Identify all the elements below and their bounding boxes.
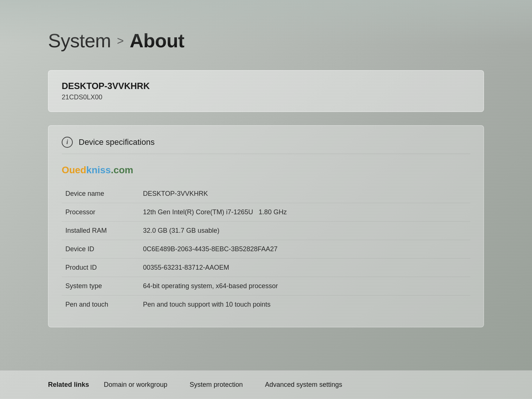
spec-value-device-name: DESKTOP-3VVKHRK bbox=[143, 190, 208, 198]
spec-row-ram: Installed RAM 32.0 GB (31.7 GB usable) bbox=[62, 222, 470, 240]
spec-label-ram: Installed RAM bbox=[62, 227, 143, 235]
spec-value-device-id: 0C6E489B-2063-4435-8EBC-3B52828FAA27 bbox=[143, 245, 277, 253]
device-name-card: DESKTOP-3VVKHRK 21CDS0LX00 bbox=[48, 70, 484, 112]
related-link-system-protection[interactable]: System protection bbox=[190, 381, 243, 389]
spec-row-pen-touch: Pen and touch Pen and touch support with… bbox=[62, 296, 470, 314]
spec-label-device-id: Device ID bbox=[62, 245, 143, 253]
specs-section: i Device specifications Ouedkniss.com De… bbox=[48, 125, 484, 327]
specs-table: Device name DESKTOP-3VVKHRK Processor 12… bbox=[62, 185, 470, 314]
spec-row-device-id: Device ID 0C6E489B-2063-4435-8EBC-3B5282… bbox=[62, 240, 470, 259]
spec-row-device-name: Device name DESKTOP-3VVKHRK bbox=[62, 185, 470, 203]
watermark: Ouedkniss.com bbox=[62, 164, 470, 176]
watermark-kniss: kniss bbox=[86, 164, 111, 176]
spec-value-processor: 12th Gen Intel(R) Core(TM) i7-1265U 1.80… bbox=[143, 208, 287, 216]
breadcrumb-chevron-icon: > bbox=[117, 34, 124, 48]
spec-row-system-type: System type 64-bit operating system, x64… bbox=[62, 277, 470, 296]
spec-label-system-type: System type bbox=[62, 282, 143, 290]
spec-row-processor: Processor 12th Gen Intel(R) Core(TM) i7-… bbox=[62, 203, 470, 222]
page-title-bar: System > About bbox=[48, 30, 484, 52]
info-icon: i bbox=[62, 137, 73, 148]
spec-value-product-id: 00355-63231-83712-AAOEM bbox=[143, 264, 229, 272]
device-hostname: DESKTOP-3VVKHRK bbox=[62, 81, 470, 91]
related-link-domain-workgroup[interactable]: Domain or workgroup bbox=[104, 381, 167, 389]
watermark-oued: Oued bbox=[62, 164, 86, 176]
title-system: System bbox=[48, 30, 111, 52]
title-about: About bbox=[130, 30, 184, 52]
device-model: 21CDS0LX00 bbox=[62, 93, 470, 101]
spec-value-ram: 32.0 GB (31.7 GB usable) bbox=[143, 227, 219, 235]
specs-section-title: Device specifications bbox=[79, 137, 154, 147]
spec-label-pen-touch: Pen and touch bbox=[62, 301, 143, 308]
spec-value-pen-touch: Pen and touch support with 10 touch poin… bbox=[143, 301, 270, 308]
spec-value-system-type: 64-bit operating system, x64-based proce… bbox=[143, 282, 278, 290]
spec-label-processor: Processor bbox=[62, 208, 143, 216]
watermark-com: .com bbox=[111, 164, 133, 176]
spec-label-device-name: Device name bbox=[62, 190, 143, 198]
related-links-label: Related links bbox=[48, 381, 89, 389]
spec-row-product-id: Product ID 00355-63231-83712-AAOEM bbox=[62, 259, 470, 277]
specs-header: i Device specifications bbox=[62, 137, 470, 154]
related-link-advanced-settings[interactable]: Advanced system settings bbox=[265, 381, 342, 389]
related-links-bar: Related links Domain or workgroup System… bbox=[0, 370, 532, 399]
spec-label-product-id: Product ID bbox=[62, 264, 143, 272]
